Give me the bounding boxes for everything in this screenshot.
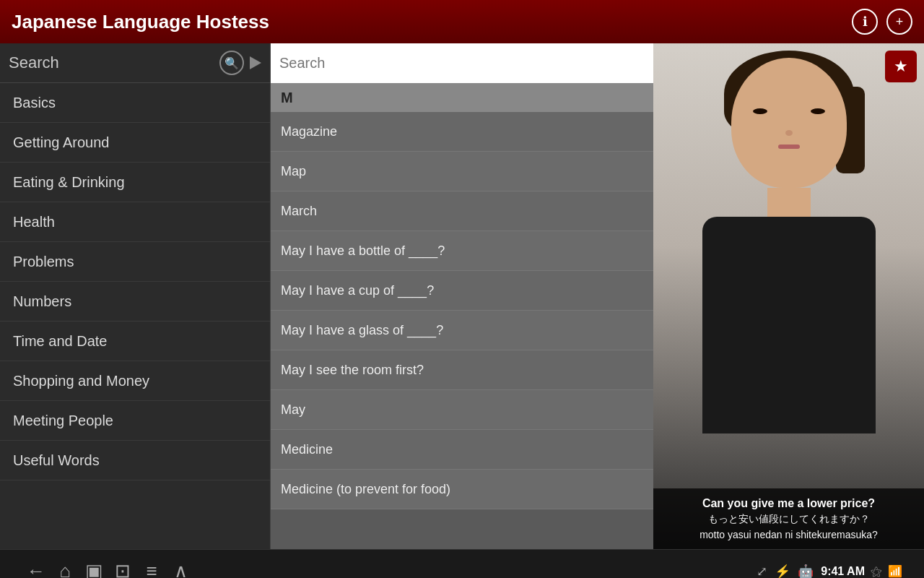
neck (767, 188, 811, 217)
hostess-figure (674, 58, 905, 462)
app-header: Japanese Language Hostess ℹ + (0, 0, 924, 43)
favorite-button[interactable]: ★ (885, 51, 917, 82)
android-icon: 🤖 (798, 564, 814, 579)
sidebar-item-problems[interactable]: Problems (0, 242, 270, 282)
sidebar-item-numbers[interactable]: Numbers (0, 282, 270, 322)
header-icons: ℹ + (852, 9, 912, 35)
image-panel: ★ Can you give me a lower price? もっと安い値段… (653, 43, 924, 549)
nav-bar: ← ⌂ ▣ ⊡ ≡ ∧ ⤢ ⚡ 🤖 9:41 AM ⚝ 📶 (0, 549, 924, 578)
result-magazine[interactable]: Magazine (271, 112, 653, 152)
sidebar-item-time-date[interactable]: Time and Date (0, 322, 270, 361)
bluetooth-icon: ⚝ (871, 565, 882, 578)
menu-button[interactable]: ≡ (137, 557, 166, 579)
up-button[interactable]: ∧ (166, 557, 195, 579)
screenshot-button[interactable]: ⊡ (108, 557, 137, 579)
caption-romaji: motto yasui nedan ni shitekuremasuka? (665, 529, 912, 540)
result-may-cup[interactable]: May I have a cup of ____? (271, 271, 653, 311)
play-button[interactable] (250, 56, 261, 69)
result-march[interactable]: March (271, 191, 653, 231)
search-icon-button[interactable]: 🔍 (219, 51, 244, 75)
sidebar-search-label: Search (9, 53, 214, 72)
section-letter: M (281, 90, 293, 106)
add-button[interactable]: + (886, 9, 912, 35)
head (731, 58, 847, 188)
sidebar-item-basics[interactable]: Basics (0, 83, 270, 123)
result-may-glass[interactable]: May I have a glass of ____? (271, 311, 653, 350)
caption-english: Can you give me a lower price? (665, 497, 912, 510)
search-input[interactable] (279, 55, 645, 72)
home-button[interactable]: ⌂ (51, 557, 79, 579)
section-header: M (271, 83, 653, 112)
app-title: Japanese Language Hostess (12, 11, 269, 33)
sidebar-search-row: Search 🔍 (0, 43, 270, 83)
sidebar-item-health[interactable]: Health (0, 202, 270, 242)
main-content: Search 🔍 Basics Getting Around Eating & … (0, 43, 924, 549)
sidebar-item-useful-words[interactable]: Useful Words (0, 441, 270, 480)
result-medicine-food[interactable]: Medicine (to prevent for food) (271, 470, 653, 509)
result-map[interactable]: Map (271, 152, 653, 191)
sidebar-item-shopping-money[interactable]: Shopping and Money (0, 361, 270, 401)
body (702, 217, 876, 434)
sidebar: Search 🔍 Basics Getting Around Eating & … (0, 43, 271, 549)
sidebar-item-getting-around[interactable]: Getting Around (0, 123, 270, 163)
result-medicine[interactable]: Medicine (271, 430, 653, 470)
time-display: 9:41 AM (821, 565, 865, 578)
result-may[interactable]: May (271, 390, 653, 430)
result-may-room[interactable]: May I see the room first? (271, 350, 653, 390)
expand-icon: ⤢ (757, 564, 767, 579)
back-button[interactable]: ← (22, 557, 51, 579)
recent-apps-button[interactable]: ▣ (79, 557, 108, 579)
caption-box: Can you give me a lower price? もっと安い値段にし… (653, 488, 924, 549)
sidebar-item-meeting-people[interactable]: Meeting People (0, 401, 270, 441)
search-input-row[interactable] (271, 43, 653, 83)
result-may-bottle[interactable]: May I have a bottle of ____? (271, 231, 653, 271)
sidebar-item-eating-drinking[interactable]: Eating & Drinking (0, 163, 270, 202)
usb-icon: ⚡ (775, 564, 790, 579)
hostess-background (653, 43, 924, 549)
signal-icons: 📶 (888, 564, 902, 578)
info-button[interactable]: ℹ (852, 9, 878, 35)
caption-japanese: もっと安い値段にしてくれますか？ (665, 513, 912, 526)
search-panel: M Magazine Map March May I have a bottle… (271, 43, 653, 549)
